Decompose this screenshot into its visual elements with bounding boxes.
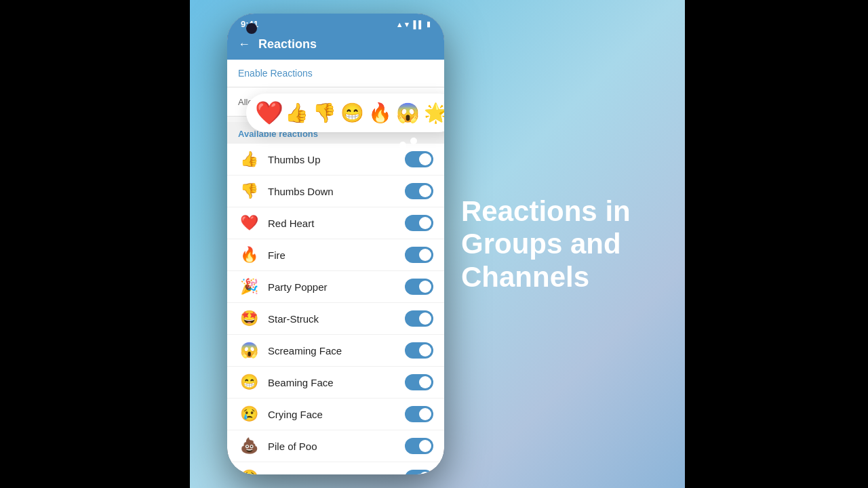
reaction-toggle[interactable] <box>405 151 433 167</box>
app-header: ← Reactions <box>227 32 444 60</box>
popup-emoji-thumbsdown[interactable]: 👎 <box>313 102 336 124</box>
reaction-toggle[interactable] <box>405 406 433 422</box>
reaction-toggle[interactable] <box>405 470 433 474</box>
reaction-label: Face Vomiting <box>268 472 405 475</box>
reaction-label: Thumbs Down <box>268 186 405 197</box>
right-heading: Reactions in Groups and Channels <box>461 195 665 293</box>
popup-emoji-scream[interactable]: 😱 <box>396 102 420 124</box>
camera-dot <box>246 23 257 34</box>
reaction-item[interactable]: 👍Thumbs Up <box>227 144 444 176</box>
reaction-item[interactable]: 😢Crying Face <box>227 399 444 430</box>
reaction-label: Red Heart <box>268 218 405 229</box>
reaction-item[interactable]: 🔥Fire <box>227 239 444 271</box>
phone: ❤️ 👍 👎 😁 🔥 😱 🌟 9:41 ▲▼ ▌▌ ▮ <box>227 14 444 474</box>
wifi-icon: ▲▼ <box>396 20 411 28</box>
reaction-item[interactable]: 😁Beaming Face <box>227 367 444 399</box>
reaction-emoji: 🔥 <box>238 246 260 264</box>
reaction-emoji: 😱 <box>238 342 260 359</box>
reaction-item[interactable]: ❤️Red Heart <box>227 207 444 239</box>
reaction-toggle[interactable] <box>405 247 433 263</box>
popup-emoji-fire[interactable]: 🔥 <box>368 102 392 124</box>
reaction-label: Screaming Face <box>268 345 405 357</box>
reaction-emoji: 🤮 <box>238 469 260 474</box>
reaction-emoji: 👍 <box>238 150 260 168</box>
reaction-item[interactable]: 💩Pile of Poo <box>227 430 444 462</box>
status-bar: 9:41 ▲▼ ▌▌ ▮ <box>227 14 444 32</box>
reaction-label: Crying Face <box>268 409 405 420</box>
reaction-toggle[interactable] <box>405 438 433 454</box>
reaction-emoji: 😁 <box>238 373 260 391</box>
popup-emoji-grin[interactable]: 😁 <box>340 102 364 124</box>
reaction-item[interactable]: 👎Thumbs Down <box>227 176 444 207</box>
reaction-emoji: 👎 <box>238 182 260 200</box>
reaction-item[interactable]: 😱Screaming Face <box>227 335 444 367</box>
reaction-label: Party Popper <box>268 281 405 293</box>
reaction-toggle[interactable] <box>405 279 433 295</box>
black-left-panel <box>0 0 190 488</box>
back-button[interactable]: ← <box>238 37 250 52</box>
reaction-item[interactable]: 🤮Face Vomiting <box>227 462 444 474</box>
reaction-emoji: 😢 <box>238 405 260 423</box>
enable-row[interactable]: Enable Reactions <box>227 60 444 87</box>
reaction-label: Fire <box>268 249 405 261</box>
reaction-label: Thumbs Up <box>268 154 405 165</box>
reaction-item[interactable]: 🎉Party Popper <box>227 271 444 303</box>
phone-screen: 9:41 ▲▼ ▌▌ ▮ ← Reactions Enable Reaction… <box>227 14 444 474</box>
phone-container: ❤️ 👍 👎 😁 🔥 😱 🌟 9:41 ▲▼ ▌▌ ▮ <box>190 0 481 488</box>
reaction-emoji: ❤️ <box>238 214 260 232</box>
reactions-list: 👍Thumbs Up👎Thumbs Down❤️Red Heart🔥Fire🎉P… <box>227 144 444 474</box>
enable-label: Enable Reactions <box>238 68 313 79</box>
reaction-toggle[interactable] <box>405 374 433 390</box>
reaction-emoji: 🤩 <box>238 310 260 327</box>
reaction-emoji: 🎉 <box>238 278 260 296</box>
emoji-popup: ❤️ 👍 👎 😁 🔥 😱 🌟 <box>246 94 444 132</box>
signal-icon: ▌▌ <box>413 20 424 28</box>
reaction-label: Beaming Face <box>268 377 405 388</box>
battery-icon: ▮ <box>427 20 431 28</box>
popup-emoji-heart[interactable]: ❤️ <box>255 100 283 127</box>
page-title: Reactions <box>258 37 317 52</box>
popup-emoji-star[interactable]: 🌟 <box>424 102 444 124</box>
reaction-toggle[interactable] <box>405 342 433 359</box>
popup-emoji-thumbsup[interactable]: 👍 <box>285 102 309 124</box>
black-right-panel <box>685 0 868 488</box>
reaction-emoji: 💩 <box>238 437 260 455</box>
reaction-label: Pile of Poo <box>268 441 405 452</box>
status-icons: ▲▼ ▌▌ ▮ <box>396 20 431 28</box>
right-text-panel: Reactions in Groups and Channels <box>461 195 665 293</box>
reaction-toggle[interactable] <box>405 183 433 199</box>
reaction-toggle[interactable] <box>405 215 433 231</box>
reaction-toggle[interactable] <box>405 310 433 327</box>
reaction-label: Star-Struck <box>268 313 405 325</box>
scene: ❤️ 👍 👎 😁 🔥 😱 🌟 9:41 ▲▼ ▌▌ ▮ <box>0 0 868 488</box>
reaction-item[interactable]: 🤩Star-Struck <box>227 303 444 335</box>
